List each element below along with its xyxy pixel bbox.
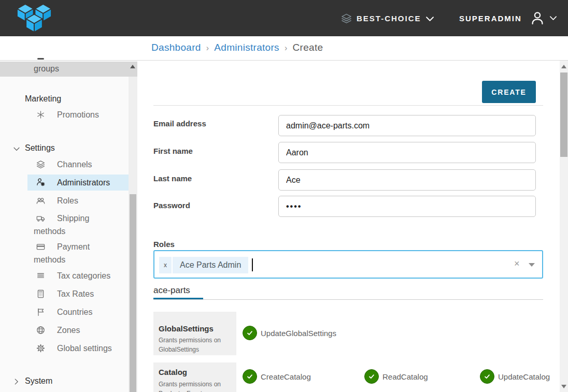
sidebar: groups Marketing Promotions Settings Cha… [0,61,137,392]
breadcrumb: Dashboard›Administrators›Create [151,42,323,53]
chevron-down-icon [13,146,20,152]
breadcrumb-separator: › [206,43,209,52]
roles-select[interactable]: x Ace Parts Admin × [153,250,543,279]
create-button[interactable]: CREATE [482,81,536,103]
sidebar-item-administrators[interactable]: Administrators [34,176,122,189]
permission-label: UpdateGlobalSettings [261,329,336,338]
scroll-up-button[interactable] [561,65,566,68]
sidebar-item-global-settings[interactable]: Global settings [34,342,122,355]
breadcrumb-dashboard[interactable]: Dashboard [151,42,201,53]
nav-section-settings[interactable]: Settings [25,143,55,153]
admin-app: BEST-CHOICE SUPERADMIN Dashboard›Adminis… [0,0,568,392]
divider [153,105,543,106]
topbar: BEST-CHOICE SUPERADMIN [0,0,568,36]
first-name-label: First name [153,147,193,155]
channel-name: BEST-CHOICE [357,14,421,23]
username: SUPERADMIN [459,14,522,23]
sidebar-item-roles[interactable]: Roles [34,194,122,207]
last-name-label: Last name [153,174,192,183]
sidebar-scrollbar [129,61,137,392]
toggle-readcatalog[interactable] [364,369,379,384]
text-cursor [252,258,253,271]
users-icon [37,58,44,60]
sidebar-item-customer-groups[interactable]: groups [0,62,137,77]
tab-divider [153,299,543,300]
chevron-down-icon [550,16,557,20]
tab-ace-parts[interactable]: ace-parts [153,285,190,296]
layers-icon [341,13,352,24]
cube-logo-icon [15,3,54,34]
scroll-down-button[interactable] [561,385,566,388]
check-icon [246,372,254,381]
first-name-field[interactable] [278,142,536,163]
main-scrollbar [560,61,568,392]
sidebar-item-tax-categories[interactable]: Tax categories [34,269,122,282]
scrollbar-thumb[interactable] [130,194,136,392]
chevron-down-icon [426,17,434,21]
nav-section-marketing[interactable]: Marketing [25,94,61,104]
main-content: CREATE Email address First name Last nam… [137,61,560,392]
email-field[interactable] [278,115,536,136]
permission-group-globalsettings: GlobalSettings Grants permissions on Glo… [153,312,236,355]
toggle-updateglobalsettings[interactable] [243,326,257,340]
email-label: Email address [153,119,206,128]
dropdown-caret-icon[interactable] [529,263,535,267]
check-icon [367,372,376,381]
scrollbar-thumb[interactable] [560,72,567,157]
sidebar-item-channels[interactable]: Channels [34,158,122,171]
sidebar-item-promotions[interactable]: Promotions [34,108,122,121]
clear-selection-button[interactable]: × [514,258,520,269]
breadcrumb-create: Create [293,42,323,53]
sidebar-item-zones[interactable]: Zones [34,324,122,337]
user-menu[interactable]: SUPERADMIN [459,0,557,36]
sidebar-item-payment-methods[interactable]: Payment methods [34,240,122,266]
roles-label: Roles [153,240,175,249]
sidebar-item-tax-rates[interactable]: Tax Rates [34,287,122,300]
breadcrumb-administrators[interactable]: Administrators [214,42,279,53]
last-name-field[interactable] [278,169,536,191]
password-field[interactable] [278,196,536,217]
breadcrumb-separator: › [285,43,288,52]
role-chip: Ace Parts Admin [173,257,248,273]
permission-group-description: Grants permissions on Products, Facets [159,380,232,392]
nav-section-system[interactable]: System [25,376,52,386]
breadcrumb-bar: Dashboard›Administrators›Create [0,36,568,61]
permission-group-title: Catalog [159,368,187,376]
permission-label: UpdateCatalog [498,372,550,381]
scroll-up-button[interactable] [130,65,135,68]
permission-label: CreateCatalog [261,372,311,381]
check-icon [483,372,491,381]
permission-group-title: GlobalSettings [159,324,214,333]
permission-group-catalog: Catalog Grants permissions on Products, … [153,362,236,392]
sidebar-item-countries[interactable]: Countries [34,306,122,318]
user-icon [530,10,545,26]
vendure-logo[interactable] [15,3,54,34]
check-icon [246,329,254,337]
chevron-right-icon [13,379,20,385]
password-label: Password [153,201,190,210]
toggle-updatecatalog[interactable] [480,369,494,384]
channel-switcher[interactable]: BEST-CHOICE [341,0,434,36]
chip-remove-button[interactable]: x [159,257,172,273]
permission-label: ReadCatalog [382,372,428,381]
toggle-createcatalog[interactable] [243,369,257,384]
sidebar-item-label: groups [34,64,59,74]
permission-group-description: Grants permissions on GlobalSettings [159,336,232,354]
sidebar-item-shipping-methods[interactable]: Shipping methods [34,212,122,238]
